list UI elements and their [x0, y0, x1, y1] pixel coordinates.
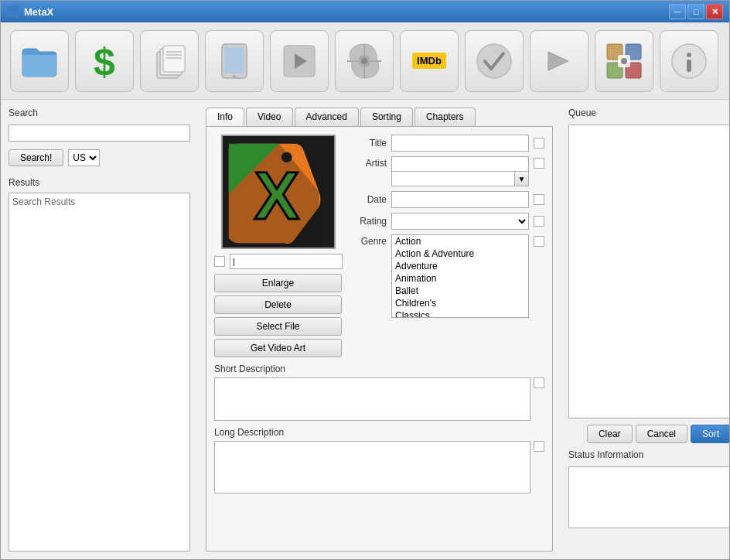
window-controls: ─ □ ✕: [669, 4, 723, 19]
results-label: Results: [9, 177, 190, 188]
window-title: MetaX: [24, 6, 53, 18]
genre-checkbox[interactable]: [534, 236, 544, 247]
info-grid: X X Enlarge Delete: [214, 135, 544, 357]
show-row: ▼: [391, 171, 529, 186]
clear-button[interactable]: Clear: [587, 425, 633, 443]
long-desc-section: Long Description: [214, 427, 544, 493]
long-desc-checkbox[interactable]: [534, 441, 544, 452]
artist-input[interactable]: [391, 156, 529, 171]
genre-list[interactable]: Action Action & Adventure Adventure Anim…: [391, 234, 529, 318]
rating-label: Rating: [350, 216, 387, 227]
title-checkbox[interactable]: [534, 138, 544, 149]
svg-text:$: $: [94, 41, 115, 81]
left-panel: Search Search! US UK CA Results Search R…: [1, 100, 198, 559]
check-icon: [474, 41, 514, 81]
svg-point-28: [687, 53, 691, 57]
svg-rect-9: [224, 47, 244, 73]
search-button[interactable]: Search!: [9, 149, 63, 166]
tab-video[interactable]: Video: [246, 108, 292, 126]
title-bar: MetaX ─ □ ✕: [1, 1, 729, 22]
imdb-button[interactable]: IMDb: [400, 30, 459, 92]
long-desc-row: [214, 441, 544, 493]
country-select[interactable]: US UK CA: [68, 149, 100, 166]
papers-icon: [149, 41, 189, 81]
enlarge-button[interactable]: Enlarge: [214, 274, 342, 292]
genre-item-animation[interactable]: Animation: [392, 272, 528, 285]
genre-item-adventure[interactable]: Adventure: [392, 260, 528, 272]
grid-button[interactable]: [595, 30, 653, 92]
play-icon: [279, 41, 319, 81]
artwork-checkbox[interactable]: [214, 256, 225, 267]
rating-row: Rating: [350, 213, 544, 230]
search-results-box[interactable]: Search Results: [9, 193, 190, 551]
close-button[interactable]: ✕: [706, 4, 723, 19]
long-desc-label: Long Description: [214, 427, 544, 438]
info-button[interactable]: [660, 30, 718, 92]
tablet-button[interactable]: [205, 30, 264, 92]
film-icon: [344, 41, 384, 81]
genre-item-childrens[interactable]: Children's: [392, 297, 528, 309]
genre-item-action-adventure[interactable]: Action & Adventure: [392, 248, 528, 260]
play-button[interactable]: [270, 30, 329, 92]
show-dropdown-button[interactable]: ▼: [515, 171, 529, 186]
get-video-art-button[interactable]: Get Video Art: [214, 339, 342, 357]
svg-point-10: [233, 75, 236, 78]
show-input[interactable]: [391, 171, 515, 186]
artwork-filename-input[interactable]: [230, 254, 343, 269]
tabs-bar: Info Video Advanced Sorting Chapters: [206, 108, 553, 126]
rating-checkbox[interactable]: [534, 216, 544, 227]
short-desc-label: Short Description: [214, 364, 544, 374]
artist-show-group: ▼: [391, 156, 529, 186]
info-icon: [669, 41, 709, 81]
date-checkbox[interactable]: [534, 194, 544, 205]
date-input[interactable]: [391, 191, 529, 208]
long-desc-textarea[interactable]: [214, 441, 530, 493]
tab-info[interactable]: Info: [206, 108, 244, 126]
genre-item-ballet[interactable]: Ballet: [392, 285, 528, 297]
svg-point-26: [621, 58, 627, 64]
genre-label: Genre: [350, 236, 387, 247]
short-desc-row: [214, 377, 544, 421]
short-desc-section: Short Description: [214, 364, 544, 421]
search-input[interactable]: [9, 125, 190, 142]
title-input[interactable]: [391, 135, 529, 152]
tab-chapters[interactable]: Chapters: [414, 108, 476, 126]
arrow-button[interactable]: [530, 30, 588, 92]
date-row: Date: [350, 191, 544, 208]
delete-button[interactable]: Delete: [214, 295, 342, 314]
app-icon: [7, 5, 19, 18]
status-label: Status Information: [568, 449, 729, 460]
genre-item-action[interactable]: Action: [392, 235, 528, 248]
metax-artwork: X X: [223, 135, 334, 249]
artist-checkbox[interactable]: [534, 158, 544, 169]
maximize-button[interactable]: □: [687, 4, 704, 19]
open-folder-button[interactable]: [10, 30, 69, 92]
dollar-icon: $: [84, 41, 125, 81]
minimize-button[interactable]: ─: [669, 4, 686, 19]
dollar-button[interactable]: $: [75, 30, 134, 92]
short-desc-textarea[interactable]: [214, 377, 530, 421]
tab-sorting[interactable]: Sorting: [360, 108, 413, 126]
short-desc-checkbox[interactable]: [534, 377, 544, 388]
arrow-right-icon: [539, 41, 579, 81]
tab-advanced[interactable]: Advanced: [295, 108, 359, 126]
svg-rect-0: [7, 5, 19, 18]
genre-item-classics[interactable]: Classics: [392, 309, 528, 318]
fields-column: Title Artist ▼: [350, 135, 544, 357]
folder-icon: [19, 41, 60, 81]
search-results-placeholder: Search Results: [12, 196, 75, 207]
film-button[interactable]: [335, 30, 394, 92]
queue-box: [568, 125, 729, 418]
papers-button[interactable]: [140, 30, 199, 92]
artwork-column: X X Enlarge Delete: [214, 135, 342, 357]
rating-select[interactable]: [391, 213, 529, 230]
select-file-button[interactable]: Select File: [214, 317, 342, 336]
check-button[interactable]: [465, 30, 524, 92]
sort-button[interactable]: Sort: [691, 425, 729, 443]
svg-rect-4: [163, 46, 185, 72]
tab-content-info: X X Enlarge Delete: [206, 126, 553, 551]
svg-rect-29: [687, 60, 691, 72]
artwork-box: X X: [221, 135, 336, 249]
status-box: [568, 466, 729, 528]
cancel-button[interactable]: Cancel: [636, 425, 687, 443]
